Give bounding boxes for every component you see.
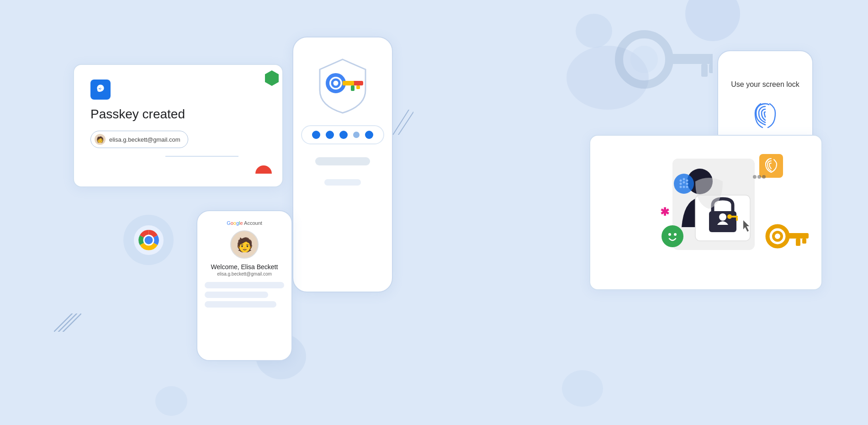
account-name: Welcome, Elisa Beckett [211, 263, 278, 271]
bg-blob-extra [576, 14, 612, 48]
security-illustration: ✱ [599, 145, 814, 277]
pin-dot-3 [339, 131, 348, 139]
svg-point-35 [686, 186, 688, 188]
svg-rect-40 [731, 216, 738, 218]
shield-key-illustration [311, 56, 375, 111]
fingerprint-icon [749, 97, 782, 130]
pin-dot-5 [365, 131, 373, 139]
chrome-icon-circle [123, 215, 174, 265]
gray-pill-2 [324, 179, 361, 186]
svg-rect-50 [759, 154, 783, 178]
email-pill: 🧑 elisa.g.beckett@gmail.com [90, 131, 188, 148]
svg-point-23 [144, 236, 153, 244]
svg-text:G: G [97, 86, 101, 93]
green-hex-decoration [263, 69, 281, 87]
user-avatar-small: 🧑 [95, 134, 106, 145]
account-bars [205, 282, 284, 308]
pin-dots-row [301, 125, 384, 144]
illustration-content: ✱ [599, 145, 812, 280]
account-bar-2 [205, 292, 268, 298]
svg-point-45 [767, 226, 788, 246]
svg-point-53 [753, 175, 757, 179]
pin-dot-1 [312, 131, 320, 139]
svg-point-32 [686, 183, 688, 185]
svg-point-55 [762, 175, 766, 179]
passkey-title: Passkey created [90, 107, 266, 122]
illustration-card: ✱ [589, 135, 822, 290]
svg-point-43 [668, 233, 671, 236]
screen-lock-title: Use your screen lock [731, 80, 799, 90]
svg-point-42 [662, 225, 683, 247]
g-letter-icon: G [95, 84, 106, 96]
gray-pill [315, 157, 370, 165]
svg-point-38 [719, 213, 726, 221]
google-shield-icon: G [90, 80, 111, 100]
user-avatar-large: 🧑 [230, 230, 259, 259]
svg-rect-19 [351, 85, 355, 91]
svg-rect-49 [802, 239, 806, 244]
svg-point-27 [680, 180, 682, 182]
svg-point-31 [683, 181, 685, 184]
svg-point-44 [674, 233, 677, 236]
svg-point-28 [683, 178, 685, 181]
scratch-lines-left [54, 313, 81, 334]
svg-point-30 [680, 183, 682, 185]
pin-dot-2 [326, 131, 334, 139]
svg-point-39 [727, 214, 732, 219]
svg-rect-2 [666, 54, 713, 64]
svg-rect-41 [736, 218, 738, 221]
bg-blob-extra2 [155, 386, 187, 416]
svg-line-7 [63, 313, 81, 332]
svg-line-6 [58, 313, 77, 332]
scratch-lines-top [393, 110, 413, 137]
main-scene: G Passkey created 🧑 elisa.g.beckett@gmai… [0, 0, 868, 425]
svg-point-34 [683, 186, 685, 188]
svg-point-54 [757, 175, 761, 179]
svg-rect-3 [701, 64, 708, 77]
svg-rect-47 [786, 233, 809, 239]
svg-point-1 [630, 46, 658, 73]
google-account-title: Google Account [227, 220, 262, 226]
passkey-created-card: G Passkey created 🧑 elisa.g.beckett@gmai… [73, 64, 283, 187]
svg-text:✱: ✱ [660, 206, 669, 218]
svg-rect-20 [356, 85, 360, 89]
phone-pin-card [292, 37, 393, 292]
passkey-email: elisa.g.beckett@gmail.com [109, 136, 180, 143]
svg-rect-18 [343, 81, 354, 85]
bg-blob-bottom-right [562, 370, 603, 407]
red-semi-decoration [254, 164, 274, 184]
account-bar-3 [205, 301, 276, 308]
svg-point-46 [773, 232, 782, 240]
svg-point-16 [332, 80, 339, 87]
pin-dot-4 [353, 132, 360, 138]
svg-point-29 [686, 180, 688, 182]
chrome-logo [134, 225, 164, 255]
svg-point-15 [328, 75, 344, 91]
account-bar-1 [205, 282, 284, 288]
key-bg-decoration [612, 27, 713, 102]
svg-rect-4 [709, 64, 713, 73]
svg-rect-48 [796, 239, 800, 246]
card-line-decoration [165, 151, 238, 159]
google-account-card: Google Account 🧑 Welcome, Elisa Beckett … [196, 210, 292, 361]
svg-line-5 [54, 313, 72, 332]
svg-point-33 [680, 186, 682, 188]
account-email: elisa.g.beckett@gmail.com [217, 271, 272, 276]
svg-marker-14 [265, 70, 279, 86]
svg-point-26 [674, 174, 694, 194]
